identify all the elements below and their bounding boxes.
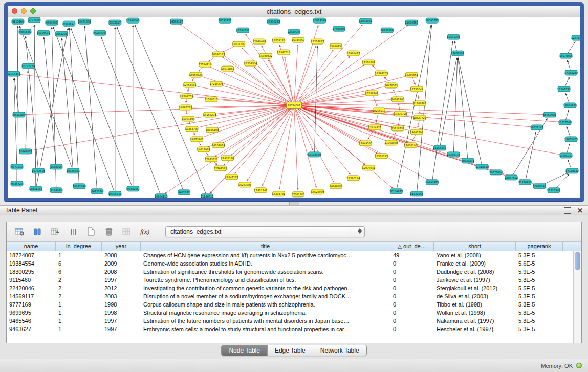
graph-node[interactable]: 18843222 [225, 174, 238, 180]
table-cell[interactable]: 5.3E-5 [516, 309, 563, 317]
graph-node[interactable]: 11680359 [405, 20, 418, 25]
tab-network-table[interactable]: Network Table [313, 345, 366, 356]
graph-node[interactable]: 16344560 [292, 37, 304, 42]
table-cell[interactable]: 2003 [102, 292, 141, 300]
graph-node[interactable]: 15204731 [272, 191, 285, 196]
import-table-icon[interactable] [120, 226, 134, 238]
graph-node[interactable]: 10471508 [78, 19, 91, 24]
table-cell[interactable]: 1997 [102, 317, 141, 325]
table-row[interactable]: 969969511998Structural magnetic resonanc… [7, 309, 581, 317]
graph-node[interactable]: 9682337 [178, 190, 190, 195]
graph-node[interactable]: 18239126 [272, 38, 285, 43]
graph-node[interactable]: 21156940 [433, 145, 446, 150]
column-header-pagerank[interactable]: pagerank [516, 242, 563, 251]
graph-node[interactable]: 16733049 [410, 86, 423, 92]
graph-node[interactable]: 17690205 [333, 26, 345, 31]
table-cell[interactable]: Hescheler et al. (1997) [434, 325, 516, 333]
graph-node[interactable]: 20360733 [447, 152, 460, 157]
close-panel-icon[interactable]: ✕ [577, 207, 583, 214]
graph-node[interactable]: 19948271 [462, 158, 474, 163]
graph-node[interactable]: 9854204 [55, 31, 68, 36]
table-cell[interactable]: 0 [390, 259, 434, 268]
table-cell[interactable]: Investigating the contribution of common… [141, 284, 390, 292]
table-cell[interactable]: Dudbridge et al. (2008) [434, 268, 516, 276]
table-cell[interactable]: Franke et al. (2009) [434, 259, 516, 268]
graph-node[interactable]: 19661804 [451, 51, 464, 56]
graph-node[interactable]: 9748266 [127, 186, 139, 191]
table-cell[interactable]: 18724007 [7, 251, 56, 259]
graph-node[interactable]: 14569117 [170, 19, 183, 24]
graph-node[interactable]: 15301494 [182, 116, 194, 121]
graph-node[interactable]: 10733614 [32, 168, 45, 173]
graph-node[interactable]: 10862035 [19, 149, 32, 154]
graph-node[interactable]: 11234817 [311, 39, 324, 44]
show-columns-icon[interactable] [31, 226, 44, 238]
table-cell[interactable]: 1 [56, 317, 102, 325]
graph-node[interactable]: 9377540 [11, 164, 23, 169]
graph-node[interactable]: 18593351 [219, 18, 231, 23]
graph-node[interactable]: 16961427 [347, 51, 360, 56]
graph-node[interactable]: 16457888 [381, 28, 394, 33]
table-cell[interactable]: 14569117 [7, 292, 56, 300]
graph-node[interactable]: 12033061 [359, 18, 372, 24]
graph-node[interactable]: 18655423 [564, 137, 577, 142]
zoom-window-icon[interactable] [30, 8, 36, 14]
graph-node[interactable]: 15950328 [189, 72, 202, 77]
table-cell[interactable]: Corpus callosum shape and size in male p… [141, 300, 390, 309]
graph-node[interactable]: 18461306 [447, 34, 460, 39]
graph-node[interactable]: 21236883 [518, 180, 531, 185]
graph-node[interactable]: 17284219 [199, 62, 211, 67]
table-cell[interactable]: 5.3E-5 [516, 317, 563, 325]
graph-node[interactable]: 15118731 [391, 126, 404, 131]
close-window-icon[interactable] [12, 8, 17, 14]
table-cell[interactable]: 5.5E-5 [516, 284, 563, 292]
table-row[interactable]: 977716911998Corpus callosum shape and si… [7, 300, 581, 309]
graph-node[interactable]: 12220582 [362, 60, 375, 65]
graph-node[interactable]: 21418510 [475, 164, 488, 169]
create-column-icon[interactable] [49, 226, 62, 238]
graph-node[interactable]: 9612774 [91, 189, 103, 194]
graph-node[interactable]: 11588017 [205, 97, 217, 102]
graph-node[interactable]: 12070641 [362, 165, 375, 170]
graph-node[interactable]: 9777169 [28, 17, 40, 23]
graph-node[interactable]: 10590049 [126, 18, 139, 23]
graph-node[interactable]: 18384703 [375, 71, 388, 76]
table-cell[interactable]: Nakamura et al. (1997) [434, 317, 516, 325]
graph-node[interactable]: 14613998 [197, 147, 210, 152]
graph-node[interactable]: 12597731 [557, 86, 570, 92]
graph-node[interactable]: 18724007 [287, 102, 302, 109]
graph-node[interactable]: 12754461 [183, 82, 196, 87]
table-cell[interactable]: 5.3E-5 [516, 251, 563, 259]
graph-node[interactable]: 12364581 [214, 166, 227, 171]
graph-node[interactable]: 9699695 [46, 20, 58, 25]
graph-node[interactable]: 12414823 [368, 125, 381, 130]
graph-node[interactable]: 11015443 [8, 71, 20, 76]
graph-node[interactable]: 16804950 [563, 103, 576, 108]
graph-node[interactable]: 14505917 [559, 153, 572, 158]
graph-node[interactable]: 9920633 [94, 30, 106, 35]
row-options-icon[interactable] [67, 226, 80, 238]
graph-node[interactable]: 12871350 [571, 35, 580, 40]
table-cell[interactable]: 0 [390, 276, 434, 284]
graph-node[interactable]: 11254730 [185, 126, 198, 132]
graph-node[interactable]: 16040112 [212, 52, 225, 57]
graph-node[interactable]: 20573604 [489, 170, 502, 175]
graph-node[interactable]: 18266910 [373, 108, 385, 113]
graph-node[interactable]: 11290611 [201, 194, 213, 198]
table-row[interactable]: 1938455462009Genome-wide association stu… [7, 259, 581, 268]
table-cell[interactable]: 5.3E-5 [516, 292, 563, 300]
graph-node[interactable]: 17333280 [564, 70, 577, 75]
table-cell[interactable]: Disruption of a novel member of a sodium… [141, 292, 390, 300]
graph-node[interactable]: 12940448 [253, 39, 266, 44]
table-cell[interactable]: 2 [56, 284, 102, 292]
graph-node[interactable]: 21925340 [547, 188, 560, 193]
graph-node[interactable]: 15240661 [405, 72, 418, 77]
table-cell[interactable]: Structural magnetic resonance image aver… [141, 309, 390, 317]
table-cell[interactable]: 9463627 [7, 325, 56, 333]
graph-node[interactable]: 16521142 [530, 125, 543, 130]
graph-node[interactable]: 10166301 [67, 168, 79, 173]
table-row[interactable]: 1872400712008Changes of HCN gene express… [7, 251, 581, 259]
table-cell[interactable]: Genome-wide association studies in ADHD. [141, 259, 390, 268]
table-cell[interactable]: Stergiakouli et al. (2012) [434, 284, 516, 292]
table-cell[interactable]: 9699695 [7, 309, 56, 317]
